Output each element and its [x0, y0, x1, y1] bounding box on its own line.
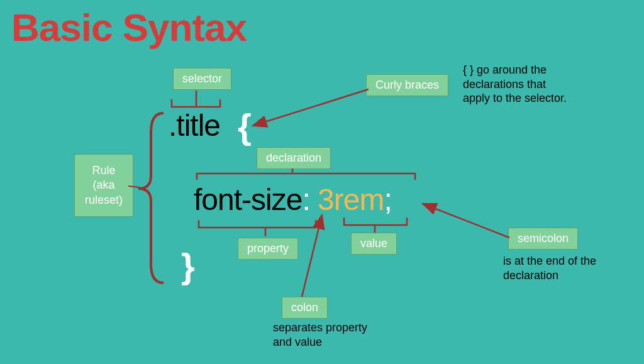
svg-line-2 [423, 204, 509, 238]
rule-label: Rule (aka ruleset) [74, 154, 133, 217]
svg-line-1 [253, 89, 369, 126]
code-value: 3rem [310, 183, 384, 216]
code-close-brace: } [181, 245, 195, 286]
declaration-label: declaration [257, 147, 331, 169]
code-colon: : [302, 183, 309, 216]
curly-braces-description: { } go around the declarations that appl… [463, 63, 608, 106]
value-label: value [351, 233, 397, 255]
semicolon-label: semicolon [508, 228, 578, 250]
page-title: Basic Syntax [11, 5, 247, 50]
curly-braces-label: Curly braces [366, 74, 448, 96]
semicolon-description: is at the end of the declaration [503, 254, 629, 282]
code-semicolon: ; [384, 183, 391, 216]
code-open-brace: { [238, 106, 252, 146]
selector-label: selector [173, 68, 231, 90]
code-property: font-size [194, 183, 302, 216]
code-selector: .title [169, 108, 220, 143]
colon-description: separates property and value [273, 321, 411, 349]
svg-line-3 [302, 215, 322, 297]
code-declaration: font-size: 3rem; [194, 182, 392, 217]
rule-label-text: Rule (aka ruleset) [85, 164, 123, 206]
colon-label: colon [282, 297, 328, 319]
property-label: property [238, 238, 298, 260]
